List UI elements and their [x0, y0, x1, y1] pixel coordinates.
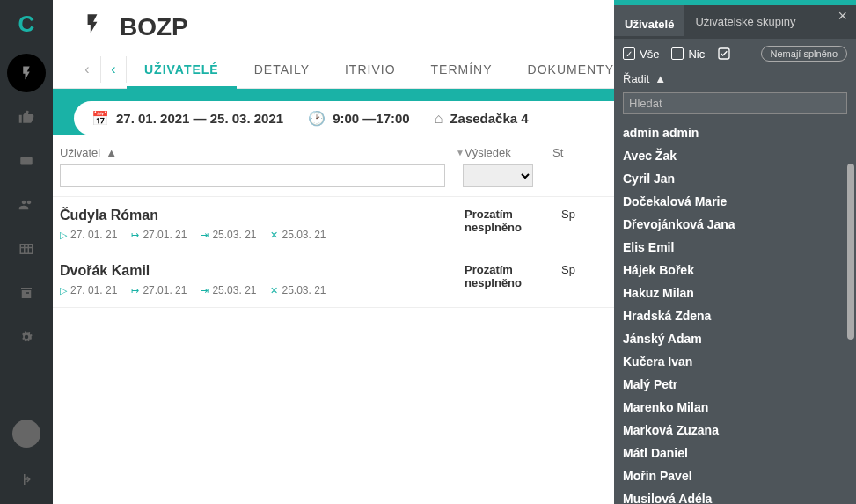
tabs-scroll-left-icon[interactable]: ‹: [100, 56, 127, 83]
checkbox-icon: [671, 47, 684, 60]
drawer-tab-users[interactable]: Uživatelé: [614, 3, 684, 36]
tab-itrivio[interactable]: ITRIVIO: [327, 50, 413, 89]
left-sidebar: C: [0, 0, 53, 504]
check-all[interactable]: ✓Vše: [623, 47, 659, 61]
nav-bolt-icon[interactable]: [7, 54, 46, 92]
row-dates: ▷27. 01. 21 ↦27.01. 21 ⇥25.03. 21 ✕25.03…: [60, 284, 465, 296]
missing-button[interactable]: Nemají splněno: [761, 46, 847, 62]
list-item[interactable]: admin admin: [623, 121, 847, 144]
row-result: Prozatímnesplněno: [465, 208, 561, 241]
info-date: 📅 27. 01. 2021 — 25. 03. 2021: [91, 110, 283, 127]
drawer-user-list: admin admin Avec Žak Cyril Jan Dočekalov…: [614, 121, 856, 504]
row-user-name: Čudyla Róman: [60, 208, 465, 223]
filter-result-select[interactable]: [463, 164, 533, 187]
time-range-text: 9:00 —17:00: [333, 111, 410, 126]
clock-icon: 🕑: [308, 110, 326, 127]
col-result[interactable]: Výsledek: [465, 146, 552, 159]
page-title: BOZP: [120, 13, 188, 41]
arrow-icon: ↦: [131, 285, 139, 296]
list-item[interactable]: Mátl Daniel: [623, 442, 847, 464]
scrollbar-thumb[interactable]: [847, 164, 854, 340]
list-item[interactable]: Jánský Adam: [623, 327, 847, 350]
list-item[interactable]: Dřevojánková Jana: [623, 213, 847, 236]
close-icon[interactable]: ×: [838, 7, 847, 26]
nav-settings-icon[interactable]: [7, 318, 46, 356]
search-input[interactable]: [623, 92, 847, 114]
list-item[interactable]: Elis Emil: [623, 236, 847, 259]
list-item[interactable]: Marenko Milan: [623, 396, 847, 419]
sort-asc-icon: ▲: [106, 146, 117, 159]
date-range-text: 27. 01. 2021 — 25. 03. 2021: [116, 111, 283, 126]
check-none[interactable]: Nic: [671, 47, 705, 61]
list-item[interactable]: Mořin Pavel: [623, 464, 847, 487]
list-item[interactable]: Marková Zuzana: [623, 419, 847, 442]
svg-rect-1: [20, 245, 33, 254]
info-location: ⌂ Zasedačka 4: [435, 111, 529, 127]
nav-table-icon[interactable]: [7, 230, 46, 268]
list-item[interactable]: Hradská Zdena: [623, 304, 847, 327]
list-item[interactable]: Cyril Jan: [623, 167, 847, 190]
tabs-back-icon[interactable]: ‹: [74, 56, 100, 83]
drawer-sort[interactable]: Řadit ▲: [614, 69, 856, 89]
drawer-controls: ✓Vše Nic Nemají splněno: [614, 39, 856, 69]
home-icon: ⌂: [435, 111, 443, 127]
info-time: 🕑 9:00 —17:00: [308, 110, 410, 127]
row-dates: ▷27. 01. 21 ↦27.01. 21 ⇥25.03. 21 ✕25.03…: [60, 229, 465, 241]
list-item[interactable]: Hakuz Milan: [623, 281, 847, 304]
col-user[interactable]: Uživatel ▲▼: [60, 146, 465, 159]
x-icon: ✕: [270, 285, 278, 296]
checkbox-icon: ✓: [623, 47, 635, 60]
app-logo[interactable]: C: [18, 11, 35, 38]
arrow-icon: ↦: [131, 230, 139, 241]
location-text: Zasedačka 4: [450, 111, 528, 126]
list-item[interactable]: Dočekalová Marie: [623, 190, 847, 213]
nav-thumbsup-icon[interactable]: [7, 98, 46, 136]
x-icon: ✕: [270, 230, 278, 241]
users-drawer: Uživatelé Uživatelské skupiny × ✓Vše Nic…: [614, 0, 856, 504]
select-all-icon[interactable]: [717, 47, 731, 61]
end-icon: ⇥: [201, 230, 209, 241]
list-item[interactable]: Malý Petr: [623, 373, 847, 396]
row-user-name: Dvořák Kamil: [60, 263, 465, 279]
play-icon: ▷: [60, 285, 67, 296]
nav-card-icon[interactable]: [7, 142, 46, 180]
calendar-icon: 📅: [91, 110, 109, 127]
chevron-down-icon[interactable]: ▼: [456, 148, 465, 157]
play-icon: ▷: [60, 230, 67, 241]
end-icon: ⇥: [201, 285, 209, 296]
page-bolt-icon: [81, 12, 104, 41]
row-result: Prozatímnesplněno: [465, 263, 561, 296]
drawer-tab-groups[interactable]: Uživatelské skupiny: [684, 5, 806, 39]
sort-asc-icon: ▲: [655, 72, 666, 85]
nav-archive-icon[interactable]: [7, 274, 46, 312]
list-item[interactable]: Musilová Adéla: [623, 487, 847, 504]
list-item[interactable]: Avec Žak: [623, 144, 847, 167]
drawer-tabs: Uživatelé Uživatelské skupiny ×: [614, 5, 856, 39]
user-avatar[interactable]: [12, 420, 40, 448]
drawer-search: [623, 92, 847, 114]
list-item[interactable]: Hájek Bořek: [623, 259, 847, 281]
nav-logout-icon[interactable]: [7, 460, 46, 499]
list-item[interactable]: Kučera Ivan: [623, 350, 847, 373]
tab-terms[interactable]: TERMÍNY: [413, 50, 510, 89]
svg-rect-0: [20, 157, 33, 165]
tab-details[interactable]: DETAILY: [237, 50, 327, 89]
tab-users[interactable]: UŽIVATELÉ: [127, 50, 237, 89]
filter-user-input[interactable]: [60, 164, 445, 187]
nav-users-icon[interactable]: [7, 186, 46, 224]
